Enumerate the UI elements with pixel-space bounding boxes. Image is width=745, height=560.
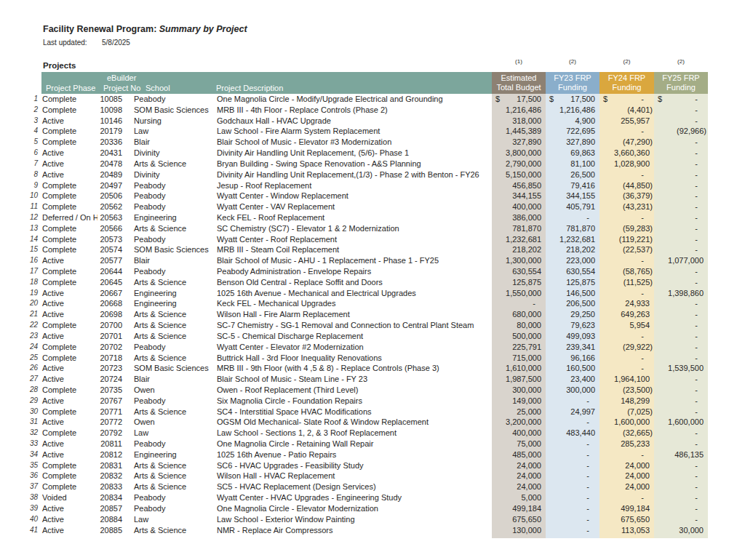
cell-budget-value: 1,216,486	[506, 105, 541, 116]
column-note-fy24: (2)	[599, 58, 654, 65]
cell-row-number: 12	[24, 212, 41, 223]
cell-budget: 24,000	[492, 481, 546, 492]
cell-row-number: 33	[24, 439, 41, 449]
cell-budget: 1,610,000	[492, 363, 546, 374]
cell-description: Buttrick Hall - 3rd Floor Inequality Ren…	[215, 353, 492, 364]
cell-fy25-value: -	[695, 116, 698, 127]
cell-fy24: 24,000	[599, 471, 654, 481]
cell-budget-value: 3,200,000	[506, 417, 541, 428]
cell-description: Wyatt Center - VAV Replacement	[215, 201, 492, 212]
cell-school: Arts & Science	[125, 471, 215, 481]
cell-project-no: 20767	[97, 396, 125, 407]
table-row: 12Deferred / On Hc20563EngineeringKeck F…	[24, 212, 708, 223]
cell-project-no: 20792	[97, 428, 125, 439]
cell-budget-value: 456,850	[512, 180, 541, 191]
cell-budget: 675,650	[492, 514, 546, 525]
cell-description: Wyatt Center - Roof Replacement	[215, 234, 492, 245]
table-row: 9Complete20497PeabodyJesup - Roof Replac…	[24, 180, 708, 191]
cell-fy25-value: -	[695, 212, 698, 223]
cell-phase: Active	[41, 116, 97, 127]
cell-fy23-value: 630,554	[566, 266, 595, 277]
cell-fy25-value: -	[695, 481, 698, 492]
cell-school: Arts & Science	[125, 309, 215, 320]
cell-fy23: -	[546, 460, 599, 471]
cell-fy24: -	[599, 169, 654, 180]
cell-project-no: 10146	[97, 116, 125, 127]
cell-budget-value: 2,790,000	[506, 159, 541, 169]
cell-fy24: 148,299	[599, 396, 654, 407]
cell-fy25-value: -	[695, 460, 698, 471]
cell-budget: 781,870	[492, 223, 546, 234]
table-row: 38Voided20834PeabodyWyatt Center - HVAC …	[24, 492, 708, 503]
cell-fy24: 675,650	[599, 514, 654, 525]
cell-fy23: 483,440	[546, 428, 599, 439]
cell-description: Wilson Hall - HVAC Replacement	[215, 471, 492, 481]
cell-fy23-value: -	[586, 417, 589, 428]
cell-fy25: -	[654, 277, 708, 288]
cell-phase: Complete	[41, 471, 97, 481]
cell-fy24: 255,957	[599, 116, 654, 127]
table-row: 15Complete20574SOM Basic SciencesMRB III…	[24, 244, 708, 255]
cell-fy25-value: 1,398,860	[668, 288, 704, 299]
cell-fy24-value: (47,290)	[623, 137, 653, 148]
cell-school: Engineering	[125, 449, 215, 460]
cell-fy24: -	[599, 492, 654, 503]
cell-fy25-value: -	[695, 148, 698, 159]
table-row: 28Complete20735OwenOwen - Roof Replaceme…	[24, 385, 708, 396]
table-row: 17Complete20644PeabodyPeabody Administra…	[24, 266, 708, 277]
cell-fy24: (4,401)	[599, 105, 654, 116]
cell-budget: 300,000	[492, 385, 546, 396]
cell-description: Godchaux Hall - HVAC Upgrade	[215, 116, 492, 127]
last-updated-value: 5/8/2025	[102, 39, 130, 47]
cell-fy24: (43,231)	[599, 201, 654, 212]
cell-fy23-value: 125,875	[566, 277, 595, 288]
cell-fy25-value: -	[695, 159, 698, 169]
cell-fy23-value: -	[586, 481, 589, 492]
cell-description: SC Chemistry (SC7) - Elevator 1 & 2 Mode…	[215, 223, 492, 234]
column-header-ebuilder: eBuilder	[107, 73, 136, 83]
table-row: 37Complete20833Arts & ScienceSC5 - HVAC …	[24, 481, 708, 492]
cell-budget: 130,000	[492, 525, 546, 536]
cell-fy25: 1,539,500	[654, 363, 708, 374]
cell-fy25-value: -	[695, 201, 698, 212]
cell-phase: Active	[41, 331, 97, 342]
cell-budget: 225,791	[492, 342, 546, 353]
cell-fy23-value: -	[586, 514, 589, 525]
cell-fy25: -	[654, 223, 708, 234]
cell-fy23: 1,216,486	[546, 105, 599, 116]
cell-budget-value: 680,000	[512, 309, 541, 320]
cell-school: SOM Basic Sciences	[125, 244, 215, 255]
cell-fy24: 499,184	[599, 503, 654, 514]
cell-description: SC6 - HVAC Upgrades - Feasibility Study	[215, 460, 492, 471]
cell-budget-value: 1,610,000	[506, 363, 541, 374]
table-row: 22Complete20700Arts & ScienceSC-7 Chemis…	[24, 320, 708, 331]
column-header-budget: Estimated Total Budget	[492, 72, 546, 94]
cell-budget-value: 485,000	[512, 449, 541, 460]
table-row: 19Active20667Engineering1025 16th Avenue…	[24, 288, 708, 299]
table-row: 21Active20698Arts & ScienceWilson Hall -…	[24, 309, 708, 320]
cell-phase: Active	[41, 417, 97, 428]
cell-school: Arts & Science	[125, 353, 215, 364]
cell-budget-value: -	[533, 298, 535, 309]
filler-cell	[654, 535, 708, 538]
table-row: 4Complete20179LawLaw School - Fire Alarm…	[24, 126, 708, 137]
cell-phase: Complete	[41, 94, 97, 105]
cell-description: Law School - Exterior Window Painting	[215, 514, 492, 525]
cell-description: 1025 16th Avenue - Mechanical and Electr…	[215, 288, 492, 299]
cell-description: Blair School of Music - Steam Line - FY …	[215, 374, 492, 385]
cell-fy24-value: (36,379)	[623, 191, 653, 201]
cell-fy24-value: 649,263	[621, 309, 650, 320]
cell-row-number: 13	[24, 223, 41, 234]
cell-fy24-value: (59,283)	[623, 223, 653, 234]
cell-fy25-value: -	[695, 277, 698, 288]
cell-fy23-value: 722,695	[566, 126, 595, 137]
cell-fy24: 1,028,900	[599, 159, 654, 169]
cell-fy23-value: 405,791	[566, 201, 595, 212]
cell-phase: Active	[41, 148, 97, 159]
cell-project-no: 20702	[97, 342, 125, 353]
cell-project-no: 20563	[97, 212, 125, 223]
cell-fy24-value: 255,957	[621, 116, 650, 127]
cell-fy23: 79,416	[546, 180, 599, 191]
table-row: 20Active20668EngineeringKeck FEL - Mecha…	[24, 298, 708, 309]
cell-row-number: 4	[24, 126, 41, 137]
